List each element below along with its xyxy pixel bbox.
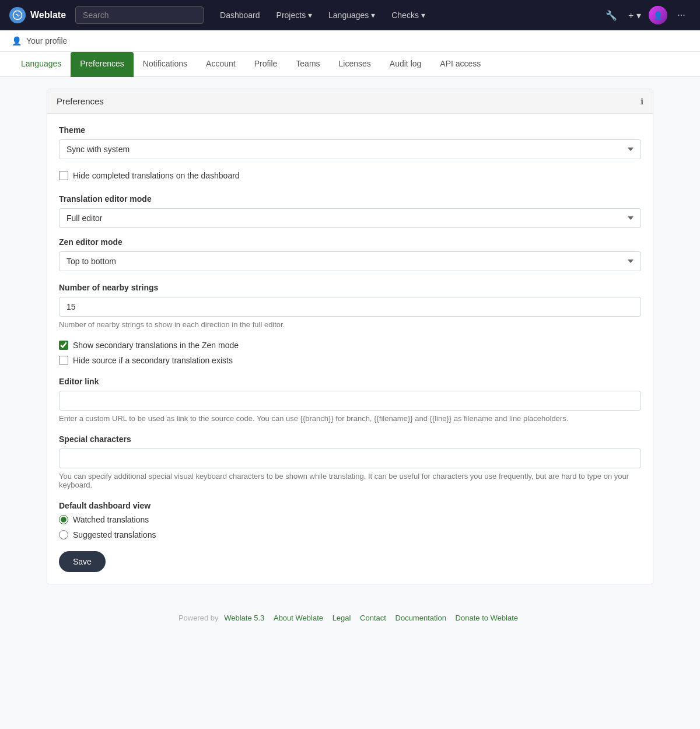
panel-body: Theme Sync with system Light Dark Hide c… xyxy=(47,114,653,584)
special-characters-label: Special characters xyxy=(59,434,641,444)
tab-notifications[interactable]: Notifications xyxy=(134,52,197,77)
legal-link[interactable]: Legal xyxy=(332,614,351,622)
info-icon[interactable]: ℹ xyxy=(640,97,643,106)
special-characters-group: Special characters You can specify addit… xyxy=(59,434,641,489)
footer: Powered by Weblate 5.3 About Weblate Leg… xyxy=(0,596,700,640)
theme-select[interactable]: Sync with system Light Dark xyxy=(59,139,641,159)
tab-api-access[interactable]: API access xyxy=(430,52,490,77)
show-secondary-group: Show secondary translations in the Zen m… xyxy=(59,341,641,350)
navbar: Weblate Dashboard Projects ▾ Languages ▾… xyxy=(0,0,700,30)
save-button[interactable]: Save xyxy=(59,551,106,572)
suggested-radio[interactable] xyxy=(59,530,68,539)
editor-link-group: Editor link Enter a custom URL to be use… xyxy=(59,377,641,423)
hide-completed-checkbox[interactable] xyxy=(59,171,68,180)
zen-editor-mode-select[interactable]: Top to bottom Left to right Right to lef… xyxy=(59,251,641,271)
theme-group: Theme Sync with system Light Dark xyxy=(59,125,641,159)
powered-by-text: Powered by xyxy=(178,614,220,622)
brand-label: Weblate xyxy=(30,10,66,20)
nearby-strings-group: Number of nearby strings Number of nearb… xyxy=(59,283,641,329)
editor-link-label: Editor link xyxy=(59,377,641,386)
user-icon: 👤 xyxy=(12,36,22,45)
translation-editor-mode-label: Translation editor mode xyxy=(59,194,641,204)
hide-completed-group: Hide completed translations on the dashb… xyxy=(59,171,641,180)
show-secondary-checkbox[interactable] xyxy=(59,341,68,350)
tab-preferences[interactable]: Preferences xyxy=(71,52,133,77)
dashboard-watched-option: Watched translations xyxy=(59,515,641,524)
user-avatar[interactable]: 👤 xyxy=(649,6,667,24)
translation-editor-mode-select[interactable]: Full editor Simple editor Zen editor xyxy=(59,208,641,228)
save-section: Save xyxy=(59,551,641,572)
tab-audit-log[interactable]: Audit log xyxy=(380,52,430,77)
panel-header: Preferences ℹ xyxy=(47,89,653,114)
nav-languages[interactable]: Languages ▾ xyxy=(321,6,382,24)
special-characters-hint: You can specify additional special visua… xyxy=(59,472,641,489)
tab-account[interactable]: Account xyxy=(197,52,245,77)
theme-label: Theme xyxy=(59,125,641,135)
watched-label[interactable]: Watched translations xyxy=(73,515,149,524)
tab-profile[interactable]: Profile xyxy=(245,52,287,77)
default-dashboard-group: Default dashboard view Watched translati… xyxy=(59,501,641,539)
nav-projects[interactable]: Projects ▾ xyxy=(270,6,319,24)
editor-link-input[interactable] xyxy=(59,391,641,411)
nearby-strings-input[interactable] xyxy=(59,297,641,317)
zen-editor-mode-label: Zen editor mode xyxy=(59,237,641,247)
hide-source-checkbox[interactable] xyxy=(59,356,68,365)
hide-source-label[interactable]: Hide source if a secondary translation e… xyxy=(73,356,233,365)
contact-link[interactable]: Contact xyxy=(360,614,386,622)
watched-radio[interactable] xyxy=(59,515,68,524)
suggested-label[interactable]: Suggested translations xyxy=(73,530,156,539)
tab-licenses[interactable]: Licenses xyxy=(330,52,380,77)
nearby-strings-hint: Number of nearby strings to show in each… xyxy=(59,320,641,329)
navbar-nav: Dashboard Projects ▾ Languages ▾ Checks … xyxy=(213,6,432,24)
add-icon-button[interactable]: + ▾ xyxy=(625,6,644,24)
preferences-panel: Preferences ℹ Theme Sync with system Lig… xyxy=(47,89,653,584)
search-input[interactable] xyxy=(75,6,204,24)
panel-title: Preferences xyxy=(57,96,104,106)
search-container xyxy=(75,6,204,24)
wrench-icon-button[interactable]: 🔧 xyxy=(602,6,621,24)
nav-dashboard[interactable]: Dashboard xyxy=(213,6,267,24)
breadcrumb-label: Your profile xyxy=(26,36,67,45)
breadcrumb: 👤 Your profile xyxy=(0,30,700,52)
hide-completed-label[interactable]: Hide completed translations on the dashb… xyxy=(73,171,240,180)
main-content: Preferences ℹ Theme Sync with system Lig… xyxy=(35,89,665,584)
brand-link[interactable]: Weblate xyxy=(9,7,66,23)
tab-languages[interactable]: Languages xyxy=(12,52,71,77)
hide-source-group: Hide source if a secondary translation e… xyxy=(59,356,641,365)
about-link[interactable]: About Weblate xyxy=(274,614,323,622)
navbar-right: 🔧 + ▾ 👤 ··· xyxy=(602,6,691,24)
dashboard-suggested-option: Suggested translations xyxy=(59,530,641,539)
default-dashboard-label: Default dashboard view xyxy=(59,501,641,510)
more-icon-button[interactable]: ··· xyxy=(672,6,691,24)
brand-icon xyxy=(9,7,26,23)
editor-link-hint: Enter a custom URL to be used as link to… xyxy=(59,414,641,423)
special-characters-input[interactable] xyxy=(59,448,641,468)
donate-link[interactable]: Donate to Weblate xyxy=(456,614,518,622)
weblate-version-link[interactable]: Weblate 5.3 xyxy=(224,614,264,622)
zen-editor-mode-group: Zen editor mode Top to bottom Left to ri… xyxy=(59,237,641,271)
translation-editor-mode-group: Translation editor mode Full editor Simp… xyxy=(59,194,641,228)
tab-teams[interactable]: Teams xyxy=(286,52,329,77)
documentation-link[interactable]: Documentation xyxy=(396,614,446,622)
nav-checks[interactable]: Checks ▾ xyxy=(384,6,432,24)
tabs-bar: Languages Preferences Notifications Acco… xyxy=(0,52,700,77)
show-secondary-label[interactable]: Show secondary translations in the Zen m… xyxy=(73,341,239,350)
nearby-strings-label: Number of nearby strings xyxy=(59,283,641,292)
